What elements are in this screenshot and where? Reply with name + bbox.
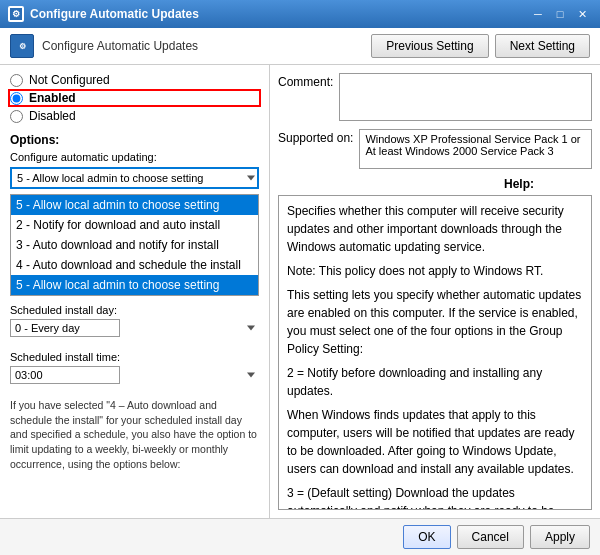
ok-button[interactable]: OK bbox=[403, 525, 450, 549]
top-bar: ⚙ Configure Automatic Updates Previous S… bbox=[0, 28, 600, 65]
sched-day-select[interactable]: 0 - Every day bbox=[10, 319, 120, 337]
radio-not-configured-input[interactable] bbox=[10, 74, 23, 87]
radio-group: Not Configured Enabled Disabled bbox=[10, 73, 259, 127]
config-label: Configure automatic updating: bbox=[10, 151, 259, 163]
title-bar-left: ⚙ Configure Automatic Updates bbox=[8, 6, 199, 22]
comment-input[interactable] bbox=[339, 73, 592, 121]
help-p5: 3 = (Default setting) Download the updat… bbox=[287, 484, 583, 510]
options-label: Options: bbox=[10, 133, 259, 147]
dropdown-item-1[interactable]: 2 - Notify for download and auto install bbox=[11, 215, 258, 235]
next-setting-button[interactable]: Next Setting bbox=[495, 34, 590, 58]
title-bar: ⚙ Configure Automatic Updates ─ □ ✕ bbox=[0, 0, 600, 28]
app-icon: ⚙ bbox=[8, 6, 24, 22]
empty-options-placeholder bbox=[278, 177, 498, 191]
dropdown-item-2[interactable]: 3 - Auto download and notify for install bbox=[11, 235, 258, 255]
dropdown-open-list: 5 - Allow local admin to choose setting … bbox=[10, 194, 259, 296]
radio-enabled-input[interactable] bbox=[10, 92, 23, 105]
cancel-button[interactable]: Cancel bbox=[457, 525, 524, 549]
sched-day-wrapper: 0 - Every day bbox=[10, 319, 259, 337]
main-section: Not Configured Enabled Disabled Options:… bbox=[0, 65, 600, 518]
close-button[interactable]: ✕ bbox=[572, 4, 592, 24]
title-bar-controls: ─ □ ✕ bbox=[528, 4, 592, 24]
radio-disabled-label: Disabled bbox=[29, 109, 76, 123]
radio-enabled[interactable]: Enabled bbox=[10, 91, 259, 105]
help-panel: Specifies whether this computer will rec… bbox=[278, 195, 592, 510]
bottom-footer: OK Cancel Apply bbox=[0, 518, 600, 555]
radio-enabled-label: Enabled bbox=[29, 91, 76, 105]
sched-time-wrapper: 03:00 bbox=[10, 366, 259, 384]
prev-setting-button[interactable]: Previous Setting bbox=[371, 34, 488, 58]
config-select[interactable]: 5 - Allow local admin to choose setting bbox=[10, 167, 259, 189]
top-icon: ⚙ bbox=[10, 34, 34, 58]
dropdown-wrapper: 5 - Allow local admin to choose setting bbox=[10, 167, 259, 189]
desc-text: If you have selected "4 – Auto download … bbox=[10, 398, 259, 471]
help-p4: When Windows finds updates that apply to… bbox=[287, 406, 583, 478]
supported-value: Windows XP Professional Service Pack 1 o… bbox=[359, 129, 592, 169]
right-panel: Comment: Supported on: Windows XP Profes… bbox=[270, 65, 600, 518]
radio-not-configured-label: Not Configured bbox=[29, 73, 110, 87]
dropdown-item-4[interactable]: 5 - Allow local admin to choose setting bbox=[11, 275, 258, 295]
sched-day-label: Scheduled install day: bbox=[10, 304, 259, 316]
supported-section: Supported on: Windows XP Professional Se… bbox=[278, 129, 592, 169]
maximize-button[interactable]: □ bbox=[550, 4, 570, 24]
help-text: Specifies whether this computer will rec… bbox=[287, 202, 583, 510]
minimize-button[interactable]: ─ bbox=[528, 4, 548, 24]
help-p0: Specifies whether this computer will rec… bbox=[287, 202, 583, 256]
content-area: ⚙ Configure Automatic Updates Previous S… bbox=[0, 28, 600, 555]
supported-label: Supported on: bbox=[278, 129, 353, 145]
comment-label: Comment: bbox=[278, 73, 333, 89]
dropdown-item-3[interactable]: 4 - Auto download and schedule the insta… bbox=[11, 255, 258, 275]
apply-button[interactable]: Apply bbox=[530, 525, 590, 549]
sched-time-label: Scheduled install time: bbox=[10, 351, 259, 363]
title-bar-title: Configure Automatic Updates bbox=[30, 7, 199, 21]
top-bar-buttons: Previous Setting Next Setting bbox=[371, 34, 590, 58]
sched-time-arrow-icon bbox=[247, 373, 255, 378]
sched-day-arrow-icon bbox=[247, 326, 255, 331]
help-p1: Note: This policy does not apply to Wind… bbox=[287, 262, 583, 280]
radio-disabled-input[interactable] bbox=[10, 110, 23, 123]
help-header-label: Help: bbox=[504, 177, 592, 191]
help-p2: This setting lets you specify whether au… bbox=[287, 286, 583, 358]
help-p3: 2 = Notify before downloading and instal… bbox=[287, 364, 583, 400]
left-panel: Not Configured Enabled Disabled Options:… bbox=[0, 65, 270, 518]
sched-time-select[interactable]: 03:00 bbox=[10, 366, 120, 384]
radio-disabled[interactable]: Disabled bbox=[10, 109, 259, 123]
dropdown-item-0[interactable]: 5 - Allow local admin to choose setting bbox=[11, 195, 258, 215]
radio-not-configured[interactable]: Not Configured bbox=[10, 73, 259, 87]
panels-header: Help: bbox=[278, 177, 592, 191]
dialog-subtitle: Configure Automatic Updates bbox=[42, 39, 198, 53]
comment-section: Comment: bbox=[278, 73, 592, 121]
